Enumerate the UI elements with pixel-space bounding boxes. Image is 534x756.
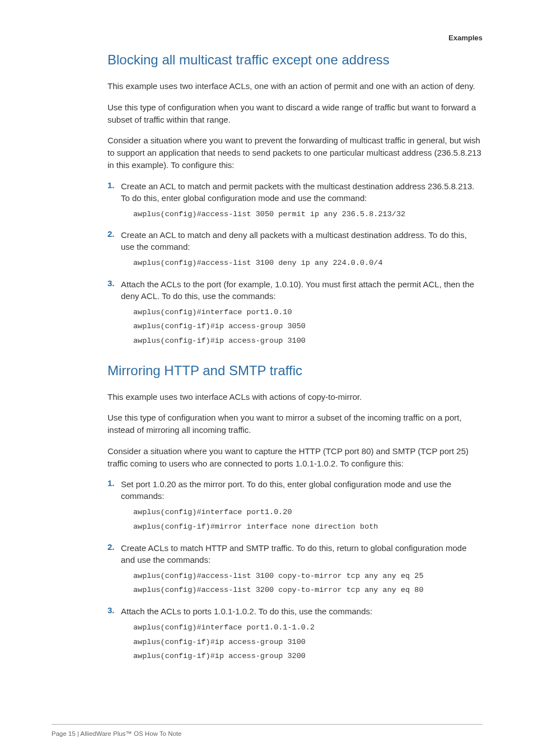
para: Use this type of configuration when you … [107,101,483,126]
code-block: awplus(config)#access-list 3100 deny ip … [133,256,483,270]
code-block: awplus(config)#interface port1.0.1-1.0.2… [133,620,483,664]
step-number: 2. [107,542,121,566]
para: This example uses two interface ACLs, on… [107,80,483,92]
para: Consider a situation where you want to c… [107,445,483,470]
step-number: 1. [107,180,121,204]
step-text: Create an ACL to match and deny all pack… [121,229,483,253]
heading-mirroring-traffic: Mirroring HTTP and SMTP traffic [107,363,483,379]
step-text: Set port 1.0.20 as the mirror port. To d… [121,478,483,502]
step-number: 3. [107,605,121,617]
footer-divider [51,724,483,725]
step-number: 2. [107,229,121,253]
step-3: 3. Attach the ACLs to ports 1.0.1-1.0.2.… [107,605,483,617]
step-number: 1. [107,478,121,502]
code-block: awplus(config)#access-list 3100 copy-to-… [133,569,483,598]
step-2: 2. Create an ACL to match and deny all p… [107,229,483,253]
step-3: 3. Attach the ACLs to the port (for exam… [107,278,483,302]
para: Consider a situation where you want to p… [107,134,483,171]
para: Use this type of configuration when you … [107,412,483,436]
step-text: Create an ACL to match and permit packet… [121,180,483,204]
step-2: 2. Create ACLs to match HTTP and SMTP tr… [107,542,483,566]
step-1: 1. Create an ACL to match and permit pac… [107,180,483,204]
step-text: Attach the ACLs to ports 1.0.1-1.0.2. To… [121,605,483,617]
step-text: Create ACLs to match HTTP and SMTP traff… [121,542,483,566]
code-block: awplus(config)#interface port1.0.10 awpl… [133,305,483,348]
para: This example uses two interface ACLs wit… [107,391,483,403]
step-1: 1. Set port 1.0.20 as the mirror port. T… [107,478,483,502]
step-number: 3. [107,278,121,302]
section-label: Examples [107,34,483,42]
step-text: Attach the ACLs to the port (for example… [121,278,483,302]
page-footer: Page 15 | AlliedWare Plus™ OS How To Not… [51,730,181,737]
code-block: awplus(config)#access-list 3050 permit i… [133,207,483,222]
code-block: awplus(config)#interface port1.0.20 awpl… [133,505,483,534]
heading-blocking-multicast: Blocking all multicast traffic except on… [107,52,483,68]
